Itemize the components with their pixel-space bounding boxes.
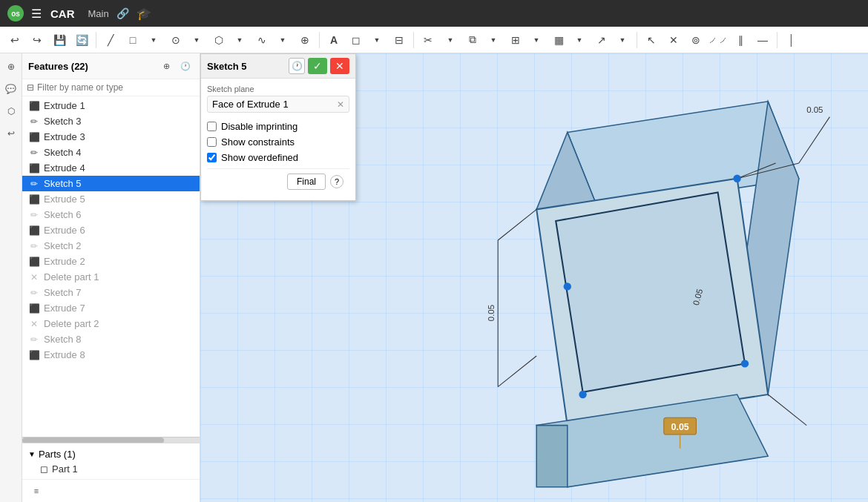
image-tool[interactable]: ◻ bbox=[346, 30, 366, 50]
comment-button[interactable]: 💬 bbox=[2, 80, 20, 98]
circle-dropdown[interactable]: ▼ bbox=[186, 30, 207, 50]
svg-point-16 bbox=[733, 175, 740, 182]
trim-tool[interactable]: ✂ bbox=[418, 30, 438, 50]
export-tool[interactable]: ↗ bbox=[591, 30, 612, 50]
show-overdefined-checkbox[interactable] bbox=[207, 153, 217, 162]
feature-item-7[interactable]: ✏ Sketch 6 bbox=[22, 207, 200, 222]
feature-item-0[interactable]: ⬛ Extrude 1 bbox=[22, 98, 200, 113]
graduation-icon[interactable]: 🎓 bbox=[137, 7, 151, 21]
undo-button[interactable]: ↩ bbox=[4, 30, 25, 50]
add-feature-header-button[interactable]: ⊕ bbox=[158, 58, 174, 74]
feature-item-15[interactable]: ✏ Sketch 8 bbox=[22, 331, 200, 347]
feature-label-10: Extrude 2 bbox=[44, 256, 85, 267]
table-dropdown[interactable]: ▼ bbox=[526, 30, 547, 50]
feature-item-12[interactable]: ✏ Sketch 7 bbox=[22, 285, 200, 300]
grid-tool[interactable]: ▦ bbox=[548, 30, 569, 50]
feature-item-6[interactable]: ⬛ Extrude 5 bbox=[22, 191, 200, 207]
final-button[interactable]: Final bbox=[287, 174, 326, 190]
text-tool[interactable]: A bbox=[323, 30, 344, 50]
part-1-item[interactable]: ◻ Part 1 bbox=[28, 462, 194, 476]
polygon-tool[interactable]: ⬡ bbox=[208, 30, 229, 50]
help-button[interactable]: ? bbox=[330, 175, 343, 188]
feature-item-8[interactable]: ⬛ Extrude 6 bbox=[22, 222, 200, 238]
feature-item-9[interactable]: ✏ Sketch 2 bbox=[22, 238, 200, 254]
parts-title: Parts (1) bbox=[39, 449, 76, 460]
disable-imprinting-checkbox[interactable] bbox=[207, 122, 217, 131]
sketch-history-button[interactable]: 🕐 bbox=[289, 58, 305, 74]
svg-text:0.05: 0.05 bbox=[806, 105, 823, 114]
part-1-label: Part 1 bbox=[52, 463, 78, 475]
separator-1 bbox=[96, 32, 96, 48]
collinear-tool[interactable]: ∥ bbox=[730, 30, 751, 50]
sketch-confirm-button[interactable]: ✓ bbox=[308, 58, 327, 74]
menu-icon[interactable]: ☰ bbox=[31, 7, 42, 21]
sketch-cancel-button[interactable]: ✕ bbox=[330, 58, 349, 74]
panel-list-button[interactable]: ≡ bbox=[28, 483, 45, 499]
image-dropdown[interactable]: ▼ bbox=[366, 30, 387, 50]
constraint-tool[interactable]: ✕ bbox=[663, 30, 684, 50]
sketch-dialog-body: Sketch plane Face of Extrude 1 ✕ Disable… bbox=[201, 79, 355, 200]
feature-item-14[interactable]: ✕ Delete part 2 bbox=[22, 316, 200, 331]
sketch-plane-clear[interactable]: ✕ bbox=[337, 99, 344, 110]
feature-item-13[interactable]: ⬛ Extrude 7 bbox=[22, 300, 200, 316]
features-panel: Features (22) ⊕ 🕐 ⊟ ⬛ Extrude 1✏ Sketch … bbox=[22, 53, 200, 502]
mirror-tool[interactable]: ⧉ bbox=[462, 30, 483, 50]
dialog-footer: Final ? bbox=[207, 168, 349, 194]
filter-input[interactable] bbox=[37, 82, 195, 93]
feature-item-5[interactable]: ✏ Sketch 5 bbox=[22, 176, 200, 191]
grid-dropdown[interactable]: ▼ bbox=[569, 30, 590, 50]
table-group: ⊞ ▼ bbox=[505, 30, 547, 50]
feature-label-2: Extrude 3 bbox=[44, 131, 85, 142]
coincident-tool[interactable]: ⊚ bbox=[685, 30, 706, 50]
panel-bottom: ≡ bbox=[22, 479, 200, 502]
viewport[interactable]: 0.05 0.05 0.05 0.05 Sketch 5 bbox=[200, 53, 868, 502]
feature-label-3: Sketch 4 bbox=[44, 147, 82, 158]
show-constraints-checkbox[interactable] bbox=[207, 137, 217, 147]
circle-tool[interactable]: ⊙ bbox=[165, 30, 186, 50]
mirror-dropdown[interactable]: ▼ bbox=[483, 30, 504, 50]
feature-item-3[interactable]: ✏ Sketch 4 bbox=[22, 145, 200, 160]
parallel-tool[interactable]: ⟋⟋ bbox=[708, 30, 729, 50]
line-tool[interactable]: ╱ bbox=[100, 30, 121, 50]
disable-imprinting-row: Disable imprinting bbox=[207, 119, 349, 134]
feature-icon-10: ⬛ bbox=[28, 257, 40, 267]
horizontal-tool[interactable]: — bbox=[752, 30, 773, 50]
select-tool[interactable]: ↖ bbox=[641, 30, 662, 50]
feature-item-11[interactable]: ✕ Delete part 1 bbox=[22, 269, 200, 285]
feature-history-button[interactable]: 🕐 bbox=[177, 58, 194, 74]
feature-label-4: Extrude 4 bbox=[44, 162, 85, 174]
feature-icon-0: ⬛ bbox=[28, 101, 40, 111]
feature-item-1[interactable]: ✏ Sketch 3 bbox=[22, 113, 200, 129]
feature-item-2[interactable]: ⬛ Extrude 3 bbox=[22, 129, 200, 145]
redo-button[interactable]: ↪ bbox=[27, 30, 47, 50]
save-button[interactable]: 💾 bbox=[49, 30, 70, 50]
doc-name[interactable]: Main bbox=[88, 8, 109, 19]
parts-header[interactable]: ▼ Parts (1) bbox=[28, 446, 194, 462]
feature-item-10[interactable]: ⬛ Extrude 2 bbox=[22, 254, 200, 269]
rect-dropdown[interactable]: ▼ bbox=[143, 30, 164, 50]
spline-dropdown[interactable]: ▼ bbox=[272, 30, 293, 50]
rectangle-tool[interactable]: □ bbox=[122, 30, 143, 50]
show-overdefined-label: Show overdefined bbox=[221, 152, 298, 163]
history-button[interactable]: ↩ bbox=[2, 125, 20, 142]
refresh-button[interactable]: 🔄 bbox=[71, 30, 92, 50]
link-icon[interactable]: 🔗 bbox=[116, 7, 129, 19]
icon-bar: ⊕ 💬 ⬡ ↩ bbox=[0, 53, 22, 502]
add-feature-button[interactable]: ⊕ bbox=[2, 58, 20, 76]
point-tool[interactable]: ⊕ bbox=[295, 30, 315, 50]
spline-tool[interactable]: ∿ bbox=[251, 30, 272, 50]
export-dropdown[interactable]: ▼ bbox=[612, 30, 633, 50]
polygon-dropdown[interactable]: ▼ bbox=[229, 30, 250, 50]
show-constraints-label: Show constraints bbox=[221, 136, 295, 148]
horizontal-scrollbar[interactable] bbox=[22, 437, 200, 443]
more-tool[interactable]: │ bbox=[781, 30, 802, 50]
feature-item-4[interactable]: ⬛ Extrude 4 bbox=[22, 160, 200, 176]
feature-item-16[interactable]: ⬛ Extrude 8 bbox=[22, 347, 200, 363]
feature-label-12: Sketch 7 bbox=[44, 287, 82, 298]
trim-dropdown[interactable]: ▼ bbox=[440, 30, 461, 50]
parts-button[interactable]: ⬡ bbox=[2, 102, 20, 120]
show-overdefined-row: Show overdefined bbox=[207, 150, 349, 165]
feature-label-6: Extrude 5 bbox=[44, 194, 85, 205]
dimension-tool[interactable]: ⊟ bbox=[389, 30, 410, 50]
table-tool[interactable]: ⊞ bbox=[505, 30, 526, 50]
